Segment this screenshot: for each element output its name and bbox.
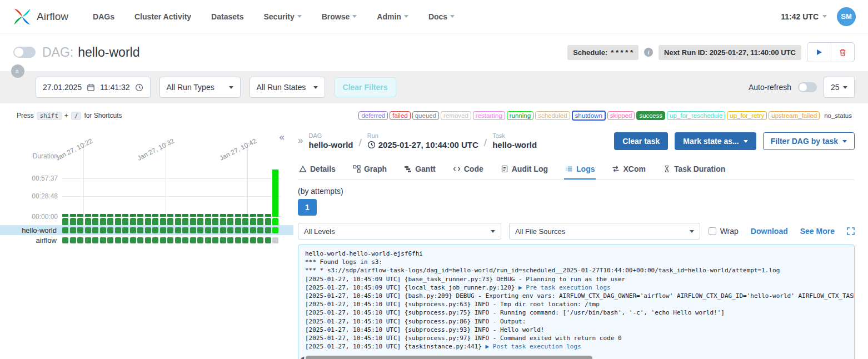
fullscreen-icon[interactable]	[847, 227, 855, 235]
task-instance-success[interactable]	[242, 218, 248, 225]
task-instance-success[interactable]	[182, 227, 188, 233]
task-instance-success[interactable]	[265, 237, 271, 243]
task-instance-success[interactable]	[145, 218, 151, 225]
task-instance-success[interactable]	[167, 237, 173, 243]
duration-bar[interactable]	[235, 214, 241, 217]
duration-bar[interactable]	[77, 214, 83, 217]
run-types-select[interactable]: All Run Types	[159, 77, 241, 98]
duration-bar[interactable]	[250, 214, 256, 217]
tab-graph[interactable]: Graph	[352, 159, 388, 180]
task-instance-success[interactable]	[145, 227, 151, 233]
duration-bar[interactable]	[182, 214, 188, 217]
task-instance-success[interactable]	[220, 237, 226, 243]
task-instance-success[interactable]	[182, 218, 188, 225]
breadcrumb-task-value[interactable]: hello-world	[492, 140, 537, 149]
task-instance-success[interactable]	[100, 227, 106, 233]
duration-bar[interactable]	[152, 214, 158, 217]
brand[interactable]: Airflow	[12, 7, 68, 27]
task-instance-success[interactable]	[107, 218, 113, 225]
task-instance-success[interactable]	[190, 227, 196, 233]
status-badge-no-status[interactable]: no_status	[821, 111, 855, 120]
info-icon[interactable]: i	[644, 48, 653, 57]
task-instance-success[interactable]	[242, 237, 248, 243]
task-instance-success[interactable]	[227, 218, 233, 225]
task-instance-success[interactable]	[70, 227, 76, 233]
duration-bar[interactable]	[85, 214, 91, 217]
download-link[interactable]: Download	[751, 227, 788, 236]
task-instance-success[interactable]	[115, 237, 121, 243]
user-avatar[interactable]: SM	[837, 7, 856, 26]
duration-bar[interactable]	[145, 214, 151, 217]
scrollbar-thumb[interactable]	[306, 356, 592, 359]
task-instance-running[interactable]	[272, 218, 278, 225]
task-instance-success[interactable]	[220, 218, 226, 225]
task-instance-success[interactable]	[212, 218, 218, 225]
duration-bar[interactable]	[227, 214, 233, 217]
task-instance-success[interactable]	[235, 218, 241, 225]
task-instance-success[interactable]	[212, 237, 218, 243]
task-instance-success[interactable]	[92, 218, 98, 225]
task-instance-success[interactable]	[257, 237, 263, 243]
tab-details[interactable]: Details	[298, 159, 337, 180]
grid-row-airflow[interactable]: airflow	[0, 235, 293, 245]
task-instance-success[interactable]	[107, 227, 113, 233]
duration-bar[interactable]	[220, 214, 226, 217]
duration-bar[interactable]	[130, 214, 136, 217]
task-instance-success[interactable]	[205, 218, 211, 225]
task-instance-success[interactable]	[100, 218, 106, 225]
nav-item-browse[interactable]: Browse	[322, 12, 357, 21]
duration-bar[interactable]	[197, 214, 203, 217]
task-instance-success[interactable]	[92, 237, 98, 243]
task-instance-success[interactable]	[137, 237, 143, 243]
task-instance-success[interactable]	[167, 227, 173, 233]
status-badge-queued[interactable]: queued	[412, 111, 439, 120]
task-instance-success[interactable]	[107, 237, 113, 243]
task-instance-success[interactable]	[235, 227, 241, 233]
task-instance-success[interactable]	[160, 218, 166, 225]
task-instance-success[interactable]	[265, 218, 271, 225]
tab-task-duration[interactable]: Task Duration	[662, 159, 726, 180]
task-instance-success[interactable]	[205, 237, 211, 243]
task-instance-success[interactable]	[77, 227, 83, 233]
status-badge-scheduled[interactable]: scheduled	[535, 111, 570, 120]
task-instance-success[interactable]	[227, 237, 233, 243]
task-instance-success[interactable]	[100, 237, 106, 243]
task-instance-success[interactable]	[152, 227, 158, 233]
delete-dag-button[interactable]	[831, 43, 854, 62]
log-link[interactable]: ▶ Pre task execution logs	[518, 284, 611, 291]
task-instance-success[interactable]	[85, 218, 91, 225]
task-instance-success[interactable]	[160, 227, 166, 233]
tab-logs[interactable]: Logs	[564, 159, 596, 180]
task-instance-success[interactable]	[152, 218, 158, 225]
see-more-link[interactable]: See More	[800, 227, 835, 236]
task-instance-success[interactable]	[85, 237, 91, 243]
task-instance-success[interactable]	[197, 227, 203, 233]
duration-bar[interactable]	[100, 214, 106, 217]
collapse-grid-icon[interactable]: «	[280, 132, 285, 142]
filter-dag-button[interactable]: Filter DAG by task	[763, 132, 855, 150]
duration-bar[interactable]	[122, 214, 128, 217]
task-instance-success[interactable]	[205, 227, 211, 233]
task-instance-success[interactable]	[122, 227, 128, 233]
file-source-select[interactable]: All File Sources	[509, 223, 700, 240]
nav-item-cluster-activity[interactable]: Cluster Activity	[134, 12, 191, 21]
task-instance-success[interactable]	[62, 237, 68, 243]
dag-pause-toggle[interactable]	[13, 47, 36, 58]
duration-bar[interactable]	[205, 214, 211, 217]
task-instance-success[interactable]	[212, 227, 218, 233]
clear-filters-button[interactable]: Clear Filters	[334, 77, 397, 97]
task-instance-success[interactable]	[77, 237, 83, 243]
task-instance-success[interactable]	[175, 227, 181, 233]
task-instance-success[interactable]	[130, 227, 136, 233]
nav-item-security[interactable]: Security	[263, 12, 301, 21]
task-instance-success[interactable]	[197, 218, 203, 225]
nav-item-admin[interactable]: Admin	[377, 12, 408, 21]
collapse-header-button[interactable]: «	[11, 64, 24, 78]
task-instance-success[interactable]	[62, 218, 68, 225]
nav-item-datasets[interactable]: Datasets	[211, 12, 243, 21]
task-instance-success[interactable]	[115, 227, 121, 233]
tab-gantt[interactable]: Gantt	[403, 159, 437, 180]
status-badge-deferred[interactable]: deferred	[358, 111, 388, 120]
task-instance-success[interactable]	[77, 218, 83, 225]
task-instance-success[interactable]	[190, 237, 196, 243]
